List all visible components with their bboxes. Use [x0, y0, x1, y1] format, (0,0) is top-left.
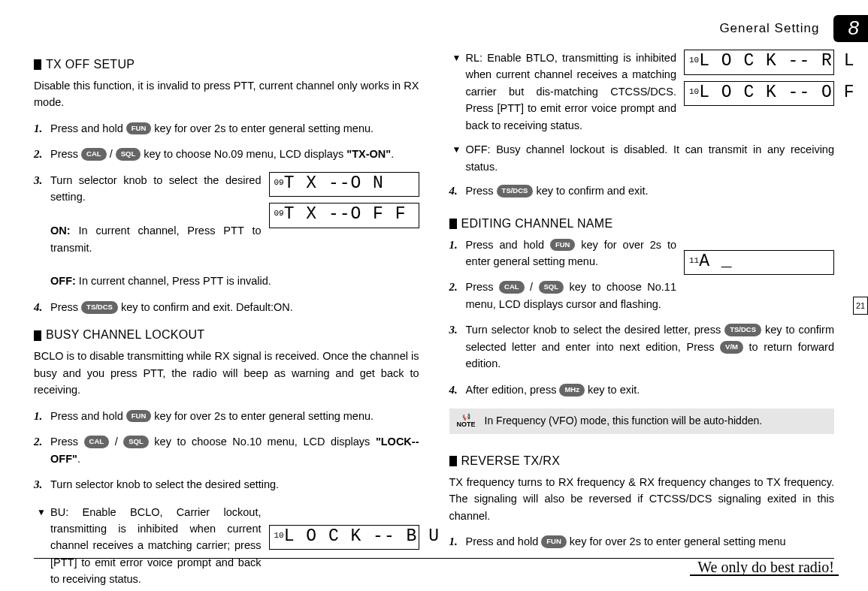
- note-icon: 📢NOTE: [457, 414, 476, 429]
- page-header: General Setting 8: [719, 15, 868, 42]
- sql-key-icon: SQL: [123, 436, 149, 448]
- step-number: 1.: [449, 533, 458, 550]
- tsdcs-key-icon: TS/DCS: [497, 185, 534, 198]
- left-column: TX OFF SETUP Disable this function, it i…: [34, 21, 419, 591]
- bclo-intro: BCLO is to disable transmitting while RX…: [34, 348, 419, 398]
- right-column: ▼ 10L O C K -- R L 10L O C K -- O F RL: …: [449, 21, 835, 591]
- vm-key-icon: V/M: [720, 341, 743, 354]
- cal-key-icon: CAL: [81, 148, 107, 161]
- lcd-display: 10L O C K -- O F: [684, 81, 834, 107]
- note-box: 📢NOTE In Frequency (VFO) mode, this func…: [449, 409, 835, 434]
- slogan-text: We only do best radio!: [697, 559, 834, 576]
- bullet-item: ▼ 10L O C K -- R L 10L O C K -- O F RL: …: [449, 50, 835, 134]
- section-title-text: BUSY CHANNEL LOCKOUT: [46, 326, 204, 345]
- note-text: In Frequency (VFO) mode, this function w…: [485, 413, 763, 430]
- step: 1. 11A _ Press and hold FUN key for over…: [449, 237, 835, 270]
- chapter-number: 8: [833, 15, 868, 42]
- step-number: 3.: [34, 172, 42, 189]
- step: 2. Press CAL / SQL key to choose No.09 m…: [34, 146, 419, 162]
- tsdcs-key-icon: TS/DCS: [724, 324, 761, 336]
- header-title: General Setting: [719, 21, 819, 36]
- sql-key-icon: SQL: [539, 281, 564, 294]
- step: 4. After edition, press MHz key to exit.: [449, 381, 835, 398]
- mhz-key-icon: MHz: [559, 384, 585, 397]
- section-title-text: REVERSE TX/RX: [461, 452, 561, 471]
- step: 4. Press TS/DCS key to confirm and exit.…: [34, 299, 419, 315]
- step-number: 1.: [34, 408, 42, 425]
- section-tx-off-title: TX OFF SETUP: [34, 56, 419, 74]
- step: 3. 09T X --O N 09T X --O F F Turn select…: [34, 172, 419, 290]
- step: 3. Turn selector knob to select the desi…: [449, 321, 835, 372]
- step-number: 1.: [449, 237, 458, 254]
- page-number-tab: 21: [853, 297, 868, 315]
- lcd-display: 10L O C K -- R L: [684, 50, 834, 75]
- step: 2. Press CAL / SQL key to choose No.10 m…: [34, 433, 419, 467]
- step: 1. Press and hold FUN key for over 2s to…: [34, 408, 419, 424]
- fun-key-icon: FUN: [550, 239, 576, 252]
- lcd-display: 09T X --O N: [269, 172, 419, 198]
- section-bclo-title: BUSY CHANNEL LOCKOUT: [34, 326, 419, 345]
- step: 2. Press CAL / SQL key to choose No.11 m…: [449, 279, 835, 312]
- step: 4. Press TS/DCS key to confirm and exit.: [449, 182, 835, 199]
- step: 3. Turn selector knob to select the desi…: [34, 476, 419, 493]
- step: 1. Press and hold FUN key for over 2s to…: [449, 533, 835, 550]
- cal-key-icon: CAL: [499, 281, 525, 294]
- step-number: 3.: [34, 476, 42, 493]
- fun-key-icon: FUN: [126, 410, 152, 423]
- lcd-display: 11A _: [684, 250, 834, 276]
- section-title-text: TX OFF SETUP: [46, 56, 135, 74]
- fun-key-icon: FUN: [126, 122, 152, 135]
- tx-off-intro: Disable this function, it is invalid to …: [34, 77, 419, 111]
- section-title-text: EDITING CHANNEL NAME: [461, 215, 613, 234]
- step-number: 3.: [449, 321, 458, 339]
- lcd-display: 09T X --O F F: [269, 203, 419, 228]
- step-number: 2.: [34, 433, 42, 451]
- step-number: 4.: [449, 182, 458, 200]
- step-number: 4.: [449, 381, 458, 399]
- tsdcs-key-icon: TS/DCS: [81, 301, 118, 314]
- triangle-bullet-icon: ▼: [452, 143, 461, 157]
- fun-key-icon: FUN: [541, 535, 567, 548]
- step-number: 2.: [34, 146, 42, 163]
- step-number: 4.: [34, 299, 42, 316]
- step: 1. Press and hold FUN key for over 2s to…: [34, 120, 419, 137]
- section-edit-name-title: EDITING CHANNEL NAME: [449, 215, 835, 234]
- step-number: 1.: [34, 120, 42, 137]
- step-number: 2.: [449, 279, 458, 296]
- cal-key-icon: CAL: [84, 436, 110, 448]
- reverse-intro: TX frequency turns to RX frequency & RX …: [449, 474, 835, 524]
- triangle-bullet-icon: ▼: [37, 505, 46, 520]
- sql-key-icon: SQL: [116, 148, 141, 161]
- triangle-bullet-icon: ▼: [452, 51, 461, 65]
- page-footer: We only do best radio!: [34, 558, 834, 576]
- lcd-display: 10L O C K -- B U: [269, 525, 419, 550]
- section-reverse-title: REVERSE TX/RX: [449, 452, 835, 471]
- bullet-item: ▼ OFF: Busy channel lockout is disabled.…: [449, 141, 835, 175]
